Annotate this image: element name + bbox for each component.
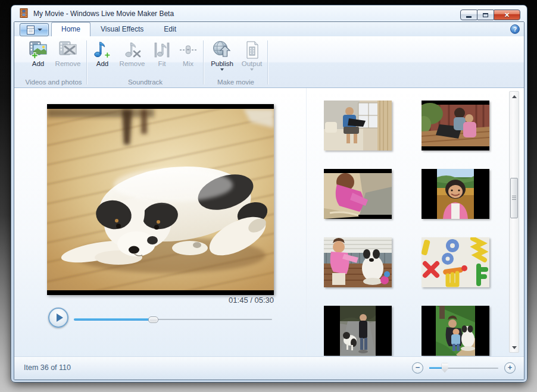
mix-icon (178, 40, 198, 59)
tab-home[interactable]: Home (51, 22, 90, 36)
arrow-down-icon (512, 346, 517, 349)
play-button[interactable] (48, 308, 68, 328)
ribbon: Add Remove Videos and photos (14, 36, 524, 88)
publish-icon (212, 40, 232, 59)
seek-thumb[interactable] (148, 316, 158, 323)
output-icon (242, 40, 262, 59)
maximize-icon (483, 13, 488, 17)
thumbnail-girl-portrait[interactable] (422, 169, 489, 219)
preview-image-dog (47, 109, 274, 290)
button-label: Output (242, 60, 263, 67)
button-label: Publish (211, 60, 233, 67)
thumbnail-girl-with-dog[interactable] (324, 237, 392, 287)
screen: My Movie - Windows Live Movie Maker Beta… (0, 0, 537, 392)
app-window: My Movie - Windows Live Movie Maker Beta… (11, 5, 527, 382)
group-label: Videos and photos (20, 79, 87, 86)
time-display: 01:45 / 05:30 (47, 296, 274, 305)
thumbnail-family-with-dog[interactable] (422, 306, 489, 356)
remove-music-icon (122, 40, 142, 59)
maximize-button[interactable] (477, 10, 494, 20)
chevron-down-icon (250, 68, 254, 71)
status-bar: Item 36 of 110 − + (14, 356, 524, 380)
zoom-control: − + (412, 362, 516, 374)
scroll-down-button[interactable] (510, 343, 519, 352)
thumbnail-girl-at-water[interactable] (324, 169, 392, 219)
item-count-text: Item 36 of 110 (24, 363, 71, 372)
arrow-up-icon (512, 95, 517, 98)
window-title: My Movie - Windows Live Movie Maker Beta (33, 10, 174, 18)
pane-divider (306, 88, 307, 357)
question-mark-icon: ? (513, 26, 517, 33)
fit-music-icon (152, 40, 172, 59)
button-label: Mix (183, 60, 193, 67)
zoom-out-button[interactable]: − (412, 362, 423, 374)
group-make-movie: Publish Output Make movie (204, 36, 268, 87)
window-content: Home Visual Effects Edit ? (14, 21, 524, 380)
library-scrollbar[interactable] (509, 91, 519, 353)
document-menu-icon (27, 26, 35, 35)
scroll-up-button[interactable] (510, 92, 519, 101)
button-label: Add (32, 60, 44, 67)
thumbnail-man-with-laptop[interactable] (324, 101, 392, 150)
scrollbar-thumb[interactable] (510, 178, 518, 218)
button-label: Add (96, 60, 108, 67)
thumbnail-woman-child-laptop[interactable] (422, 101, 489, 150)
tab-edit[interactable]: Edit (154, 22, 186, 36)
button-label: Remove (120, 60, 145, 67)
chevron-down-icon (38, 29, 42, 31)
movie-maker-app-icon (19, 8, 29, 18)
ribbon-tabs: Home Visual Effects Edit (51, 22, 186, 36)
chevron-down-icon (220, 68, 224, 71)
seek-bar[interactable] (74, 315, 272, 324)
main-area: 01:45 / 05:30 (14, 88, 524, 357)
button-label: Remove (55, 60, 81, 67)
play-icon (57, 313, 63, 322)
remove-videos-icon (58, 40, 78, 59)
add-videos-icon (28, 40, 48, 59)
group-label: Make movie (204, 79, 268, 86)
close-icon: ✕ (504, 11, 510, 19)
group-videos-and-photos: Add Remove Videos and photos (20, 36, 87, 87)
close-button[interactable]: ✕ (494, 10, 520, 20)
zoom-slider-thumb[interactable] (442, 363, 448, 373)
application-menu-button[interactable] (20, 23, 49, 36)
ribbon-tab-row: Home Visual Effects Edit ? (14, 22, 524, 36)
preview-monitor[interactable] (47, 104, 274, 295)
window-controls: ✕ (461, 10, 520, 20)
minimize-button[interactable] (460, 10, 477, 20)
title-bar[interactable]: My Movie - Windows Live Movie Maker Beta… (11, 5, 527, 21)
tab-visual-effects[interactable]: Visual Effects (90, 22, 154, 36)
group-label: Soundtrack (87, 79, 204, 86)
add-music-icon (92, 40, 113, 59)
help-button[interactable]: ? (510, 24, 520, 34)
seek-fill (74, 318, 153, 321)
group-soundtrack: Add Remove (87, 36, 204, 87)
zoom-in-button[interactable]: + (504, 362, 516, 374)
zoom-slider[interactable] (429, 363, 498, 374)
thumbnail-woman-walking-dog[interactable] (324, 306, 392, 356)
minimize-icon (466, 16, 472, 18)
thumbnail-plastic-letters[interactable] (422, 237, 489, 287)
button-label: Fit (158, 60, 166, 67)
